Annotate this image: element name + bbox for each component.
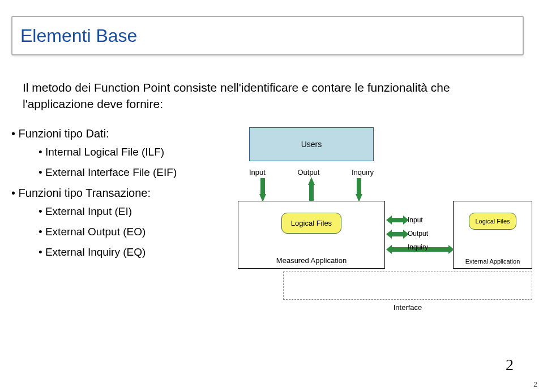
mid-output-label: Output (408, 227, 447, 240)
bullet-eq: External Inquiry (EQ) (39, 246, 226, 259)
corner-number: 2 (533, 381, 537, 389)
arrow-inquiry-stem (357, 178, 361, 194)
interface-box: Interface (283, 272, 532, 300)
logical-files-badge-measured: Logical Files (281, 213, 341, 234)
bullet-group-2-label: Funzioni tipo Transazione: (19, 187, 151, 199)
arrow-input-stem (260, 178, 265, 194)
slide-title: Elementi Base (20, 25, 137, 46)
h-arrow-input (392, 218, 403, 222)
bullet-eif: External Interface File (EIF) (39, 166, 226, 179)
mid-inquiry-label: Inquiry (408, 240, 447, 254)
bullet-ilf: Internal Logical File (ILF) (39, 146, 226, 158)
io-inquiry-label: Inquiry (352, 168, 374, 176)
users-label: Users (301, 140, 322, 149)
h-arrow-output (392, 232, 403, 236)
measured-application-label: Measured Application (238, 256, 384, 265)
external-application-label: External Application (454, 258, 532, 265)
arrow-output-stem (309, 184, 314, 201)
io-input-label: Input (249, 168, 266, 176)
bullet-group-1-label: Funzioni tipo Dati: (19, 127, 109, 140)
intro-paragraph: Il metodo dei Function Point consiste ne… (23, 79, 521, 113)
mid-labels: Input Output Inquiry (408, 213, 447, 254)
page-number: 2 (506, 356, 514, 374)
external-application-box: Logical Files External Application (453, 201, 532, 269)
measured-application-box: Logical Files Measured Application (238, 201, 385, 269)
content-row: Funzioni tipo Dati: Internal Logical Fil… (11, 127, 532, 320)
bullet-eo: External Output (EO) (39, 226, 226, 238)
users-box: Users (249, 127, 374, 161)
mid-input-label: Input (408, 213, 447, 227)
slide-title-box: Elementi Base (11, 16, 524, 55)
bullet-ei: External Input (EI) (39, 205, 226, 218)
bullet-group-1: Funzioni tipo Dati: Internal Logical Fil… (11, 127, 226, 179)
io-labels-row: Input Output Inquiry (249, 168, 374, 176)
arrow-output-head (308, 177, 315, 185)
logical-files-badge-external: Logical Files (469, 213, 516, 230)
bullet-group-2: Funzioni tipo Transazione: External Inpu… (11, 187, 226, 259)
function-point-diagram: Users Input Output Inquiry Logical Files… (226, 127, 532, 320)
interface-label: Interface (284, 303, 532, 312)
bullet-list: Funzioni tipo Dati: Internal Logical Fil… (11, 127, 226, 266)
io-output-label: Output (297, 168, 319, 176)
